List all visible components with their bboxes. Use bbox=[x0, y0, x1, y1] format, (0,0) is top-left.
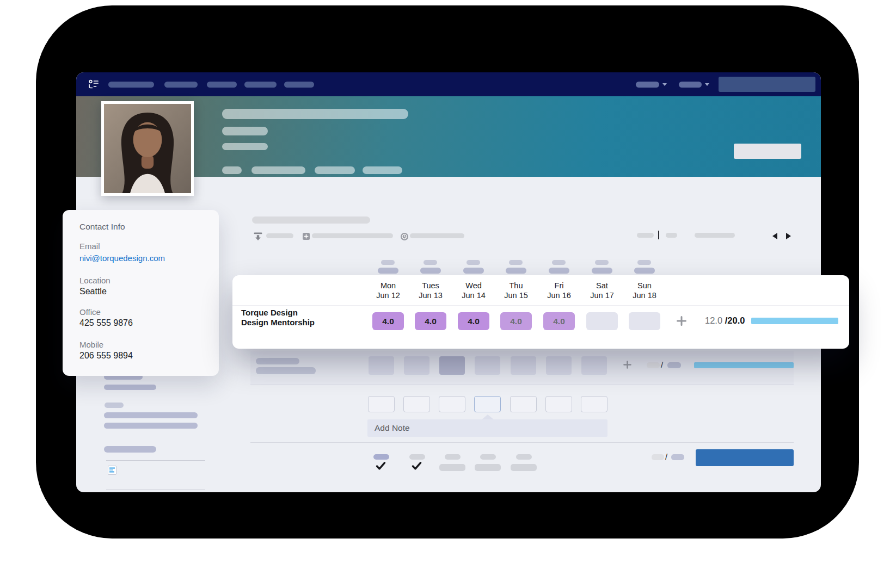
hours-logged: 12.0 bbox=[705, 315, 722, 325]
day-header-wed: Wed Jun 14 bbox=[454, 281, 493, 300]
next-week-arrow-icon[interactable] bbox=[786, 233, 791, 239]
status-pill bbox=[409, 454, 425, 460]
section-divider bbox=[250, 442, 794, 443]
chevron-down-icon bbox=[662, 83, 667, 86]
submit-button[interactable] bbox=[696, 449, 794, 466]
document-list-icon[interactable] bbox=[108, 466, 116, 475]
portrait-image bbox=[104, 104, 191, 193]
previous-week-arrow-icon[interactable] bbox=[772, 233, 777, 239]
pending-pill bbox=[511, 464, 537, 471]
download-icon[interactable] bbox=[253, 232, 263, 241]
view-option-placeholder[interactable] bbox=[637, 233, 654, 238]
day-date: Jun 18 bbox=[625, 290, 664, 300]
time-entry-input[interactable] bbox=[545, 396, 572, 412]
time-entry-input[interactable] bbox=[581, 396, 607, 412]
day-placeholder bbox=[595, 260, 609, 265]
grid-cell[interactable] bbox=[546, 356, 572, 375]
add-note-field[interactable]: Add Note bbox=[367, 419, 607, 437]
mobile-value: 206 555 9894 bbox=[79, 351, 133, 361]
time-entry-input[interactable] bbox=[368, 396, 395, 412]
email-label: Email bbox=[79, 242, 100, 251]
sidebar-text-placeholder bbox=[104, 412, 198, 418]
time-entry-input-focused[interactable] bbox=[474, 396, 501, 412]
row-label-placeholder bbox=[256, 367, 316, 374]
checkmark-icon bbox=[412, 461, 422, 471]
toolbar-label-placeholder[interactable] bbox=[410, 233, 464, 238]
hours-cell-mon[interactable]: 4.0 bbox=[372, 312, 404, 330]
hours-cell-wed[interactable]: 4.0 bbox=[458, 312, 489, 330]
day-placeholder bbox=[424, 260, 437, 265]
view-option-placeholder[interactable] bbox=[666, 233, 677, 238]
grid-cell[interactable] bbox=[369, 356, 394, 375]
hours-cell-sat[interactable] bbox=[586, 312, 618, 330]
profile-photo bbox=[101, 101, 194, 196]
toolbar-label-placeholder[interactable] bbox=[266, 233, 293, 238]
add-plus-icon[interactable] bbox=[303, 233, 310, 240]
date-placeholder bbox=[549, 268, 569, 274]
status-pill bbox=[373, 454, 389, 460]
nav-dropdown-2[interactable] bbox=[679, 82, 702, 88]
add-row-plus-icon[interactable] bbox=[677, 316, 686, 326]
status-pill bbox=[445, 454, 461, 460]
hours-cell-thu[interactable]: 4.0 bbox=[500, 312, 532, 330]
day-name: Fri bbox=[539, 281, 579, 290]
project-name: Torque Design bbox=[241, 308, 315, 318]
day-header-mon: Mon Jun 12 bbox=[369, 281, 408, 300]
sidebar-text-placeholder bbox=[104, 423, 198, 429]
status-pill bbox=[480, 454, 496, 460]
date-placeholder bbox=[506, 268, 526, 274]
nav-menu-item-5[interactable] bbox=[284, 82, 314, 88]
progress-bar bbox=[694, 362, 794, 368]
sidebar-text-placeholder bbox=[104, 385, 156, 390]
grid-cell[interactable] bbox=[511, 356, 536, 375]
toolbar-label-placeholder[interactable] bbox=[312, 233, 393, 238]
grid-cell[interactable] bbox=[404, 356, 429, 375]
app-logo-icon[interactable] bbox=[88, 79, 99, 89]
banner-meta-placeholder bbox=[363, 166, 402, 174]
banner-title-placeholder bbox=[222, 127, 268, 135]
banner-action-button[interactable] bbox=[734, 144, 801, 159]
day-name: Sun bbox=[625, 281, 664, 290]
day-placeholder bbox=[552, 260, 566, 265]
email-link[interactable]: nivi@torquedesign.com bbox=[79, 253, 165, 263]
grid-cell[interactable] bbox=[475, 356, 500, 375]
time-entry-input[interactable] bbox=[510, 396, 537, 412]
nav-menu-item-2[interactable] bbox=[164, 82, 198, 88]
hours-cell-tues[interactable]: 4.0 bbox=[415, 312, 446, 330]
progress-bar bbox=[751, 318, 838, 324]
add-row-plus-icon[interactable] bbox=[623, 361, 631, 369]
row-label-placeholder bbox=[256, 358, 299, 364]
grid-cell-selected[interactable] bbox=[439, 356, 465, 375]
hours-cell-fri[interactable]: 4.0 bbox=[543, 312, 575, 330]
hours-total: 12.0 /20.0 bbox=[705, 315, 745, 326]
day-name: Mon bbox=[369, 281, 408, 290]
nav-menu-item-3[interactable] bbox=[207, 82, 237, 88]
time-entry-input[interactable] bbox=[439, 396, 465, 412]
card-divider bbox=[232, 305, 849, 306]
timesheet-row-label: Torque Design Design Mentorship bbox=[241, 308, 315, 327]
clock-icon[interactable] bbox=[401, 233, 408, 240]
location-value: Seattle bbox=[79, 287, 107, 296]
grid-cell[interactable] bbox=[581, 356, 607, 375]
hours-cell-sun[interactable] bbox=[629, 312, 660, 330]
page: Contact Info Email nivi@torquedesign.com… bbox=[0, 0, 896, 588]
timesheet-card: Mon Jun 12 Tues Jun 13 Wed Jun 14 Thu Ju… bbox=[232, 275, 849, 349]
date-placeholder bbox=[463, 268, 484, 274]
sidebar-divider bbox=[106, 460, 205, 461]
day-name: Sat bbox=[582, 281, 622, 290]
day-date: Jun 13 bbox=[411, 290, 450, 300]
nav-dropdown-1[interactable] bbox=[636, 82, 659, 88]
subtotal-placeholder bbox=[652, 454, 664, 460]
pending-pill bbox=[475, 464, 501, 471]
mobile-label: Mobile bbox=[79, 340, 103, 349]
subtotal-placeholder bbox=[647, 362, 660, 368]
date-placeholder bbox=[592, 268, 612, 274]
search-input[interactable] bbox=[719, 77, 815, 92]
date-placeholder bbox=[634, 268, 655, 274]
date-range-placeholder bbox=[695, 233, 735, 238]
day-date: Jun 17 bbox=[582, 290, 622, 300]
day-name: Tues bbox=[411, 281, 450, 290]
nav-menu-item-1[interactable] bbox=[108, 82, 154, 88]
nav-menu-item-4[interactable] bbox=[244, 82, 277, 88]
time-entry-input[interactable] bbox=[403, 396, 430, 412]
